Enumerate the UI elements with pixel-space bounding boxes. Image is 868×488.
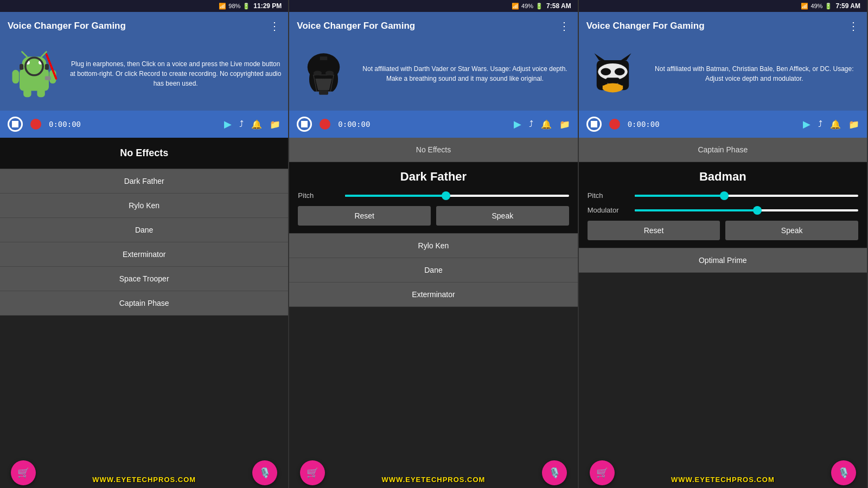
status-bar-3: 📶 49% 🔋 7:59 AM	[579, 0, 867, 12]
pitch-row-3: Pitch	[588, 191, 858, 200]
batman-mask-icon	[590, 51, 636, 97]
stop-square-icon-2	[301, 121, 308, 127]
svg-rect-14	[45, 76, 51, 80]
app-title-2: Voice Changer For Gaming	[297, 21, 415, 31]
more-menu-2[interactable]: ⋮	[559, 20, 570, 33]
svg-rect-9	[37, 88, 44, 97]
play-button-1[interactable]: ▶	[224, 118, 232, 130]
signal-icon-3: 📶	[801, 3, 808, 10]
reset-button-2[interactable]: Reset	[298, 206, 431, 226]
voice-item-optimal-prime-3[interactable]: Optimal Prime	[579, 248, 867, 273]
pitch-fill-2	[345, 195, 446, 197]
folder-button-2[interactable]: 📁	[559, 119, 570, 130]
app-bar-3: Voice Changer For Gaming ⋮	[579, 12, 867, 40]
pitch-row-2: Pitch	[298, 191, 569, 200]
vader-helmet-icon	[301, 51, 347, 97]
svg-point-28	[615, 68, 625, 75]
stop-button-3[interactable]	[586, 117, 602, 132]
pitch-track-3[interactable]	[635, 195, 858, 197]
mic-fab-2[interactable]: 🎙️	[542, 460, 567, 485]
pitch-label-3: Pitch	[588, 191, 628, 200]
svg-rect-20	[322, 79, 325, 80]
battery-icon-1: 🔋	[242, 3, 250, 10]
play-button-3[interactable]: ▶	[803, 118, 810, 130]
svg-rect-0	[20, 69, 49, 91]
app-title-1: Voice Changer For Gaming	[8, 21, 126, 31]
voice-list-3: Captain Phase Badman Pitch Modulator Res…	[579, 138, 867, 488]
controls-bar-1: 0:00:00 ▶ ⤴ 🔔 📁	[0, 111, 288, 138]
voice-item-captain-phase-1[interactable]: Captain Phase	[0, 291, 288, 316]
modulator-row-3: Modulator	[588, 206, 858, 214]
header-icon-2	[293, 46, 353, 102]
ctrl-time-2: 0:00:00	[338, 120, 506, 129]
ctrl-time-1: 0:00:00	[49, 120, 216, 129]
voice-item-no-effects-2[interactable]: No Effects	[289, 138, 577, 162]
voice-item-dark-father-expanded-2: Dark Father Pitch Reset Speak	[289, 162, 577, 234]
status-bar-1: 📶 98% 🔋 11:29 PM	[0, 0, 288, 12]
voice-item-space-trooper-1[interactable]: Space Trooper	[0, 267, 288, 291]
voice-actions-2: Reset Speak	[298, 206, 569, 226]
svg-marker-24	[595, 53, 605, 60]
signal-icon-1: 📶	[219, 3, 226, 10]
share-button-3[interactable]: ⤴	[818, 119, 822, 129]
share-button-2[interactable]: ⤴	[529, 119, 533, 129]
app-title-3: Voice Changer For Gaming	[586, 21, 705, 31]
mic-fab-1[interactable]: 🎙️	[252, 460, 277, 485]
pitch-thumb-2	[442, 191, 450, 200]
record-button-3[interactable]	[609, 119, 620, 130]
voice-list-2: No Effects Dark Father Pitch Reset Speak…	[289, 138, 577, 488]
time-3: 7:59 AM	[835, 2, 860, 10]
svg-rect-31	[603, 85, 623, 89]
folder-button-1[interactable]: 📁	[270, 119, 280, 130]
record-button-2[interactable]	[320, 119, 330, 130]
voice-item-dane-1[interactable]: Dane	[0, 218, 288, 242]
svg-point-18	[326, 70, 334, 75]
header-icon-3	[583, 46, 643, 102]
voice-item-dane-2[interactable]: Dane	[289, 258, 577, 282]
mic-fab-3[interactable]: 🎙️	[831, 460, 856, 485]
controls-bar-2: 0:00:00 ▶ ⤴ 🔔 📁	[289, 111, 577, 138]
status-bar-2: 📶 49% 🔋 7:58 AM	[289, 0, 577, 12]
controls-bar-3: 0:00:00 ▶ ⤴ 🔔 📁	[579, 111, 867, 138]
svg-rect-11	[20, 64, 23, 70]
pitch-track-2[interactable]	[345, 195, 569, 197]
bell-button-2[interactable]: 🔔	[541, 119, 552, 130]
voice-item-exterminator-2[interactable]: Exterminator	[289, 282, 577, 307]
pitch-fill-3	[635, 195, 724, 197]
stop-button-2[interactable]	[297, 117, 312, 132]
panel-1: 📶 98% 🔋 11:29 PM Voice Changer For Gamin…	[0, 0, 289, 488]
pitch-thumb-3	[720, 191, 729, 200]
record-button-1[interactable]	[30, 119, 41, 130]
app-bar-1: Voice Changer For Gaming ⋮	[0, 12, 288, 40]
reset-button-3[interactable]: Reset	[588, 221, 720, 240]
bell-button-1[interactable]: 🔔	[251, 119, 262, 130]
time-1: 11:29 PM	[253, 2, 282, 10]
more-menu-3[interactable]: ⋮	[848, 20, 859, 33]
stop-button-1[interactable]	[8, 117, 23, 132]
status-icons-1: 📶 98% 🔋	[219, 3, 250, 10]
svg-rect-8	[23, 88, 31, 97]
status-icons-2: 📶 49% 🔋	[512, 3, 543, 10]
speak-button-2[interactable]: Speak	[436, 206, 569, 226]
more-menu-1[interactable]: ⋮	[269, 20, 280, 33]
modulator-thumb-3	[753, 206, 762, 215]
play-button-2[interactable]: ▶	[514, 118, 521, 130]
voice-item-dark-father-1[interactable]: Dark Father	[0, 169, 288, 194]
voice-item-no-effects-1[interactable]: No Effects	[0, 138, 288, 169]
svg-point-27	[601, 68, 611, 75]
speak-button-3[interactable]: Speak	[725, 221, 858, 240]
voice-item-rylo-ken-2[interactable]: Rylo Ken	[289, 234, 577, 258]
folder-button-3[interactable]: 📁	[848, 119, 859, 130]
share-button-1[interactable]: ⤴	[239, 119, 244, 129]
cart-fab-1[interactable]: 🛒	[11, 460, 36, 485]
bell-button-3[interactable]: 🔔	[830, 119, 841, 130]
voice-item-captain-phase-3[interactable]: Captain Phase	[579, 138, 867, 162]
voice-actions-3: Reset Speak	[588, 221, 858, 240]
cart-fab-3[interactable]: 🛒	[590, 460, 615, 485]
voice-item-exterminator-1[interactable]: Exterminator	[0, 242, 288, 267]
cart-fab-2[interactable]: 🛒	[300, 460, 325, 485]
voice-item-rylo-ken-1[interactable]: Rylo Ken	[0, 194, 288, 218]
modulator-label-3: Modulator	[588, 206, 628, 214]
battery-text-2: 49%	[521, 3, 533, 9]
modulator-track-3[interactable]	[635, 209, 858, 211]
